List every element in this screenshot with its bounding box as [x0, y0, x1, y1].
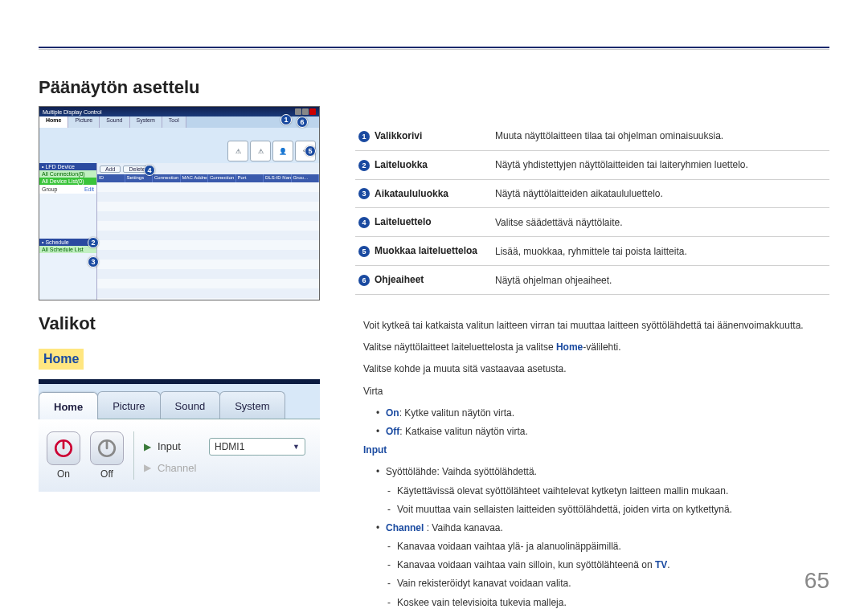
feat-label-1: Valikkorivi: [375, 130, 422, 141]
hdr-group: Grou…: [292, 174, 320, 182]
virta-list: On: Kytke valitun näytön virta. Off: Kat…: [376, 406, 829, 439]
hdr-dls: DLS-ID Nam…: [264, 174, 292, 182]
badge-6: 6: [358, 275, 370, 286]
side-all-device-list[interactable]: All Device List(0): [39, 178, 96, 185]
callout-5: 5: [305, 145, 316, 157]
ch-sub2a: Kanavaa voidaan vaihtaa vain silloin, ku…: [397, 559, 655, 570]
section2-left: Valikot Home Home Picture Sound System O…: [39, 313, 360, 492]
badge-4: 4: [358, 217, 370, 228]
feat-desc-4: Valitse säädettävä näyttölaite.: [492, 208, 829, 237]
hdr-port: Port: [236, 174, 264, 182]
power-on-label: On: [57, 468, 70, 480]
callout-4: 4: [144, 165, 155, 176]
desc-p2a: Valitse näyttölaitteet laiteluettelosta …: [363, 341, 556, 353]
section1-right: 1ValikkoriviMuuta näyttölaitteen tilaa t…: [355, 122, 829, 295]
feat-desc-3: Näytä näyttölaitteiden aikataululuettelo…: [492, 179, 829, 208]
page-top-rule: [39, 47, 829, 50]
side-header-device: • LFD Device: [39, 163, 96, 170]
feat-desc-1: Muuta näyttölaitteen tilaa tai ohjelman …: [492, 122, 829, 150]
input-sub2: Voit muuttaa vain sellaisten laitteiden …: [387, 502, 829, 517]
feat-desc-6: Näytä ohjelman ohjeaiheet.: [492, 266, 829, 295]
side-all-schedule-list[interactable]: All Schedule List: [39, 246, 96, 253]
ch-sub4: Koskee vain televisioita tukevia malleja…: [387, 595, 829, 611]
feat-label-6: Ohjeaiheet: [375, 274, 424, 285]
power-off-icon: [96, 438, 117, 459]
input-label: Input: [158, 440, 203, 452]
ch-sub3: Vain rekisteröidyt kanavat voidaan valit…: [387, 576, 829, 591]
tab-home[interactable]: Home: [39, 116, 68, 128]
tabmock-tabs: Home Picture Sound System: [39, 384, 320, 419]
input-select[interactable]: HDMI1 ▼: [209, 438, 305, 456]
fault-device-icon[interactable]: ⚠: [227, 141, 248, 161]
off-kw: Off: [386, 426, 399, 437]
page-content: Päänäytön asettelu Multiple Display Cont…: [39, 77, 829, 613]
app-tabs: Home Picture Sound System Tool: [39, 116, 319, 128]
feature-row: 1ValikkoriviMuuta näyttölaitteen tilaa t…: [355, 122, 829, 150]
tab-picture[interactable]: Picture: [68, 116, 100, 128]
tab-home-2[interactable]: Home: [39, 392, 98, 419]
callout-1: 1: [280, 114, 292, 125]
tab-tool[interactable]: Tool: [162, 116, 186, 128]
feature-row: 3AikataululuokkaNäytä näyttölaitteiden a…: [355, 179, 829, 208]
badge-3: 3: [358, 188, 370, 199]
desc-p1: Voit kytkeä tai katkaista valitun laitte…: [363, 318, 829, 333]
desc-p2-kw: Home: [556, 341, 583, 353]
channel-kw: Channel: [386, 522, 424, 533]
power-on-button[interactable]: On: [47, 431, 80, 480]
fault-device-alert-icon[interactable]: ⚠: [250, 141, 271, 161]
tab-picture-2[interactable]: Picture: [97, 391, 160, 419]
app-sidebar: • LFD Device All Connection(0) All Devic…: [39, 163, 97, 300]
input-sub1: Käytettävissä olevat syöttölähteet vaiht…: [387, 484, 829, 499]
channel-li: Channel : Vaihda kanavaa.: [376, 521, 829, 536]
callout-6: 6: [297, 116, 308, 128]
feat-label-3: Aikataululuokka: [375, 188, 448, 199]
input-heading: Input: [363, 443, 829, 458]
feature-row: 4LaiteluetteloValitse säädettävä näyttöl…: [355, 208, 829, 237]
on-txt: : Kytke valitun näytön virta.: [399, 407, 514, 419]
virta-label: Virta: [363, 384, 829, 399]
home-screenshot: Home Picture Sound System On: [39, 379, 320, 492]
hdr-id: ID: [97, 174, 125, 182]
tab-system[interactable]: System: [130, 116, 162, 128]
feat-desc-5: Lisää, muokkaa, ryhmittele tai poista la…: [492, 237, 829, 266]
divider: [133, 431, 134, 480]
virta-off: Off: Katkaise valitun näytön virta.: [376, 424, 829, 439]
app-main: Add Delete ID Settings Connection Status…: [97, 163, 319, 300]
ch-sub2: Kanavaa voidaan vaihtaa vain silloin, ku…: [387, 558, 829, 573]
desc-p3: Valitse kohde ja muuta sitä vastaavaa as…: [363, 362, 829, 377]
user-settings-icon[interactable]: 👤: [272, 141, 293, 161]
channel-list: Channel : Vaihda kanavaa.: [376, 521, 829, 536]
power-off-button[interactable]: Off: [90, 431, 124, 480]
home-highlight: Home: [39, 349, 84, 370]
badge-2: 2: [358, 160, 370, 171]
section2-right: Voit kytkeä tai katkaista valitun laitte…: [363, 318, 829, 613]
tab-sound-2[interactable]: Sound: [160, 391, 221, 419]
section2-title: Valikot: [39, 313, 360, 334]
hdr-mac: MAC Address: [181, 174, 209, 182]
input-list: Syöttölähde: Vaihda syöttölähdettä.: [376, 464, 829, 480]
side-group-edit[interactable]: Edit: [84, 186, 94, 192]
hdr-conn-type: Connection Type: [208, 174, 236, 182]
callout-2: 2: [88, 237, 99, 248]
badge-1: 1: [358, 131, 370, 142]
feature-row: 6OhjeaiheetNäytä ohjelman ohjeaiheet.: [355, 266, 829, 295]
callout-3: 3: [88, 256, 99, 268]
btn-add[interactable]: Add: [100, 166, 121, 173]
grid-body: [97, 182, 319, 300]
app-titlebar: Multiple Display Control: [39, 107, 319, 116]
channel-label: Channel: [158, 462, 203, 474]
tab-sound[interactable]: Sound: [100, 116, 129, 128]
desc-p2: Valitse näyttölaitteet laiteluettelosta …: [363, 340, 829, 355]
hdr-conn-status: Connection Status: [153, 174, 181, 182]
input-sublist: Käytettävissä olevat syöttölähteet vaiht…: [387, 484, 829, 517]
side-all-connection[interactable]: All Connection(0): [39, 170, 96, 178]
window-buttons: [294, 108, 316, 116]
ch-sub2b: .: [667, 559, 669, 570]
tab-system-2[interactable]: System: [219, 391, 285, 419]
power-off-label: Off: [100, 468, 113, 480]
channel-sublist: Kanavaa voidaan vaihtaa ylä- ja alanuoli…: [387, 539, 829, 611]
side-group: Group Edit: [39, 185, 96, 194]
power-on-icon: [53, 438, 74, 459]
input-row: ▶ Input HDMI1 ▼: [144, 438, 305, 456]
app-title: Multiple Display Control: [43, 109, 102, 115]
